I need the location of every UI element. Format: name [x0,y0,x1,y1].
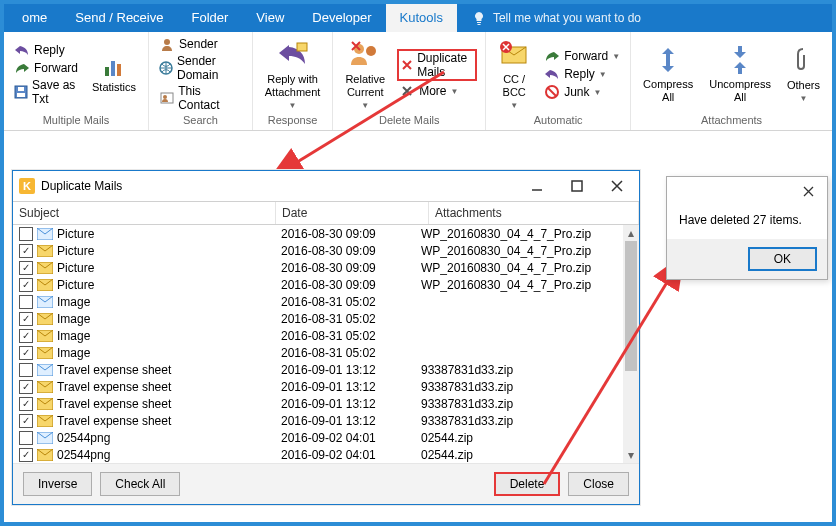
svg-rect-4 [111,61,115,76]
tab-home[interactable]: ome [8,4,61,32]
forward-icon [14,60,30,76]
uncompress-all-button[interactable]: Uncompress All [705,42,775,106]
cell-attachment: 93387831d33.zip [421,363,623,377]
svg-rect-3 [105,67,109,76]
group-search: Sender Sender Domain This Contact Search [149,32,253,130]
checkbox[interactable] [19,448,33,462]
auto-forward-button[interactable]: Forward ▼ [542,48,622,64]
chart-icon [102,55,126,79]
alert-close-button[interactable] [789,178,827,204]
tab-view[interactable]: View [242,4,298,32]
table-row[interactable]: Picture 2016-08-30 09:09 WP_20160830_04_… [13,259,623,276]
relative-current-button[interactable]: Relative Current ▼ [341,37,389,112]
junk-button[interactable]: Junk ▼ [542,84,622,100]
checkbox[interactable] [19,380,33,394]
tell-me-search[interactable]: Tell me what you want to do [457,10,655,26]
table-row[interactable]: Image 2016-08-31 05:02 [13,293,623,310]
svg-rect-10 [297,43,307,51]
cell-subject: Image [57,312,281,326]
alert-message: Have deleted 27 items. [667,205,827,239]
contact-icon [159,90,174,106]
envelope-icon [37,330,53,342]
checkbox[interactable] [19,414,33,428]
table-row[interactable]: Image 2016-08-31 05:02 [13,327,623,344]
column-attachments[interactable]: Attachments [429,202,639,224]
others-button[interactable]: Others ▼ [783,43,824,105]
checkbox[interactable] [19,295,33,309]
save-icon [14,84,28,100]
checkbox[interactable] [19,329,33,343]
cell-date: 2016-08-30 09:09 [281,278,421,292]
checkbox[interactable] [19,346,33,360]
column-subject[interactable]: Subject [13,202,276,224]
checkbox[interactable] [19,312,33,326]
table-row[interactable]: Travel expense sheet 2016-09-01 13:12 93… [13,378,623,395]
reply-with-attachment-button[interactable]: Reply with Attachment ▼ [261,37,325,112]
cell-attachment: WP_20160830_04_4_7_Pro.zip [421,278,623,292]
this-contact-button[interactable]: This Contact [157,84,244,112]
group-delete-mails-label: Delete Mails [341,112,477,128]
mail-list: Picture 2016-08-30 09:09 WP_20160830_04_… [13,225,623,463]
sender-button[interactable]: Sender [157,36,244,52]
cell-subject: 02544png [57,431,281,445]
checkbox[interactable] [19,397,33,411]
cell-date: 2016-08-31 05:02 [281,312,421,326]
tab-folder[interactable]: Folder [177,4,242,32]
group-automatic-label: Automatic [494,112,622,128]
checkbox[interactable] [19,227,33,241]
cell-subject: Picture [57,227,281,241]
chevron-down-icon: ▼ [450,87,458,96]
table-row[interactable]: Picture 2016-08-30 09:09 WP_20160830_04_… [13,242,623,259]
reply-attach-icon [277,39,309,71]
maximize-button[interactable] [557,172,597,200]
duplicate-mails-button[interactable]: Duplicate Mails [417,51,471,79]
scroll-thumb[interactable] [625,241,637,371]
tab-developer[interactable]: Developer [298,4,385,32]
scrollbar[interactable]: ▴ ▾ [623,225,639,463]
chevron-down-icon: ▼ [594,88,602,97]
sender-domain-button[interactable]: Sender Domain [157,54,244,82]
envelope-icon [37,364,53,376]
delete-button[interactable]: Delete [494,472,561,496]
cell-subject: Travel expense sheet [57,380,281,394]
table-row[interactable]: Travel expense sheet 2016-09-01 13:12 93… [13,395,623,412]
auto-reply-button[interactable]: Reply ▼ [542,66,622,82]
sender-label: Sender [179,37,218,51]
table-row[interactable]: Picture 2016-08-30 09:09 WP_20160830_04_… [13,225,623,242]
table-row[interactable]: 02544png 2016-09-02 04:01 02544.zip [13,429,623,446]
column-date[interactable]: Date [276,202,429,224]
tab-send-receive[interactable]: Send / Receive [61,4,177,32]
cc-bcc-button[interactable]: CC / BCC ▼ [494,37,534,112]
save-as-txt-button[interactable]: Save as Txt [12,78,80,106]
more-button[interactable]: More ▼ [397,83,477,99]
checkbox[interactable] [19,431,33,445]
table-row[interactable]: Image 2016-08-31 05:02 [13,310,623,327]
scroll-down-icon[interactable]: ▾ [623,447,639,463]
envelope-stack-icon [498,39,530,71]
checkbox[interactable] [19,278,33,292]
table-row[interactable]: Travel expense sheet 2016-09-01 13:12 93… [13,361,623,378]
tab-kutools[interactable]: Kutools [386,4,457,32]
check-all-button[interactable]: Check All [100,472,180,496]
forward-button[interactable]: Forward [12,60,80,76]
duplicate-mails-dialog: K Duplicate Mails Subject Date Attachmen… [12,170,640,505]
alert-ok-button[interactable]: OK [748,247,817,271]
inverse-button[interactable]: Inverse [23,472,92,496]
statistics-label: Statistics [92,81,136,94]
cell-attachment: 02544.zip [421,448,623,462]
table-row[interactable]: Picture 2016-08-30 09:09 WP_20160830_04_… [13,276,623,293]
minimize-button[interactable] [517,172,557,200]
reply-button[interactable]: Reply [12,42,80,58]
scroll-up-icon[interactable]: ▴ [623,225,639,241]
group-multiple-mails-label: Multiple Mails [12,112,140,128]
close-button[interactable] [597,172,637,200]
table-row[interactable]: Image 2016-08-31 05:02 [13,344,623,361]
checkbox[interactable] [19,261,33,275]
compress-all-button[interactable]: Compress All [639,42,697,106]
table-row[interactable]: 02544png 2016-09-02 04:01 02544.zip [13,446,623,463]
checkbox[interactable] [19,244,33,258]
table-row[interactable]: Travel expense sheet 2016-09-01 13:12 93… [13,412,623,429]
close-dialog-button[interactable]: Close [568,472,629,496]
statistics-button[interactable]: Statistics [88,53,140,96]
checkbox[interactable] [19,363,33,377]
